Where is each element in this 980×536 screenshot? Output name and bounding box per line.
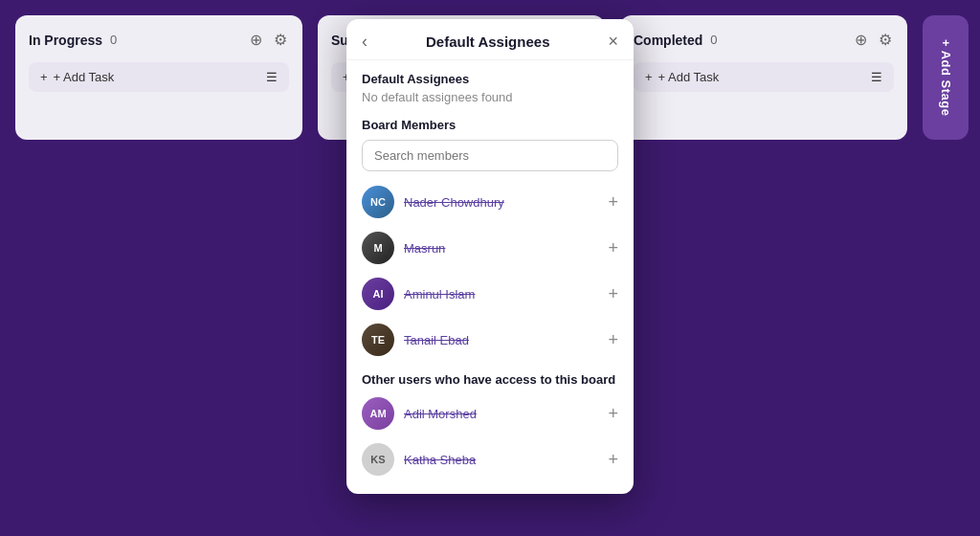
list-item: NC Nader Chowdhury + <box>362 179 618 225</box>
avatar: M <box>362 232 394 264</box>
default-assignees-section-title: Default Assignees <box>362 72 618 86</box>
modal-body: Default Assignees No default assignees f… <box>346 60 634 494</box>
avatar: TE <box>362 324 394 356</box>
avatar: AM <box>362 397 394 430</box>
avatar: AI <box>362 278 394 310</box>
avatar: NC <box>362 186 394 218</box>
member-name-aminul: Aminul Islam <box>404 287 475 302</box>
list-item: TE Tanail Ebad + <box>362 317 618 363</box>
default-assignees-modal: ‹ Default Assignees × Default Assignees … <box>346 19 634 494</box>
list-item: AI Aminul Islam + <box>362 271 618 317</box>
list-item: KS Katha Sheba + <box>362 436 618 482</box>
modal-title: Default Assignees <box>368 34 608 50</box>
member-add-button-adil[interactable]: + <box>608 405 618 422</box>
member-name-nader: Nader Chowdhury <box>404 195 504 210</box>
modal-overlay: ‹ Default Assignees × Default Assignees … <box>0 0 980 536</box>
modal-close-button[interactable]: × <box>608 33 618 50</box>
other-users-title: Other users who have access to this boar… <box>362 372 618 387</box>
member-name-masrun: Masrun <box>404 241 445 256</box>
list-item: M Masrun + <box>362 225 618 271</box>
member-name-katha: Katha Sheba <box>404 453 476 467</box>
no-assignees-text: No default assignees found <box>362 90 618 104</box>
modal-header: ‹ Default Assignees × <box>346 19 634 60</box>
member-add-button-katha[interactable]: + <box>608 451 618 468</box>
board-members-list: NC Nader Chowdhury + M Masrun + <box>362 179 618 363</box>
member-name-tanail: Tanail Ebad <box>404 333 469 347</box>
member-add-button-nader[interactable]: + <box>608 193 618 211</box>
member-add-button-aminul[interactable]: + <box>608 285 618 302</box>
member-add-button-tanail[interactable]: + <box>608 331 618 348</box>
avatar: KS <box>362 443 394 476</box>
list-item: AM Adil Morshed + <box>362 391 618 436</box>
member-name-adil: Adil Morshed <box>404 407 477 421</box>
board-members-title: Board Members <box>362 118 618 132</box>
other-users-list: AM Adil Morshed + KS Katha Sheba + <box>362 391 618 482</box>
search-members-input[interactable] <box>362 140 618 171</box>
member-add-button-masrun[interactable]: + <box>608 239 618 257</box>
